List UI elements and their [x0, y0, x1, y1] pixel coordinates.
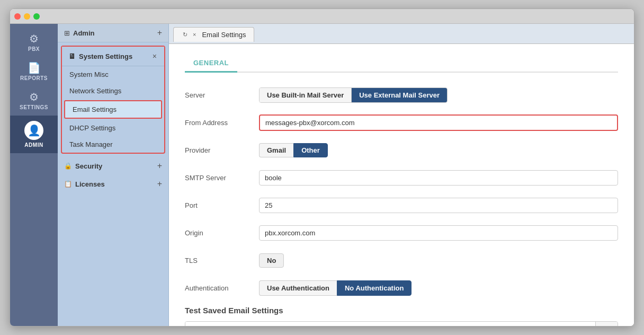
tab-controls: ↻ ×: [181, 31, 198, 39]
tls-label: TLS: [185, 257, 259, 265]
system-settings-section: 🖥 System Settings × System Misc Network …: [61, 46, 165, 154]
lock-icon: 🔒: [64, 162, 72, 170]
security-label: Security: [75, 162, 102, 170]
port-label: Port: [185, 201, 259, 209]
nav-licenses-row[interactable]: 📋 Licenses +: [58, 175, 168, 193]
dhcp-settings-label: DHCP Settings: [69, 124, 115, 132]
minimize-dot[interactable]: [24, 13, 30, 20]
sidebar-item-settings[interactable]: ⚙ SETTINGS: [10, 86, 58, 116]
system-settings-header: 🖥 System Settings ×: [62, 47, 164, 66]
tls-no-button[interactable]: No: [259, 253, 284, 268]
reports-icon: 📄: [28, 63, 41, 73]
from-address-wrapper: [259, 114, 618, 131]
maximize-dot[interactable]: [33, 13, 40, 20]
no-authentication-button[interactable]: No Authentication: [337, 280, 412, 296]
license-icon: 📋: [64, 180, 72, 188]
content-tabs: GENERAL: [185, 55, 618, 73]
test-email-input[interactable]: [185, 322, 595, 326]
admin-grid-icon: ⊞: [64, 29, 70, 37]
nav-sidebar: ⊞ Admin + 🖥 System Settings × System M: [58, 24, 169, 326]
port-row: Port: [185, 196, 618, 215]
pbx-label: PBX: [28, 46, 40, 52]
provider-row: Provider Gmail Other: [185, 140, 618, 160]
main-content: ↻ × Email Settings GENERAL Server: [169, 24, 634, 326]
origin-label: Origin: [185, 229, 259, 237]
tls-row: TLS No: [185, 251, 618, 270]
server-control: Use Built-in Mail Server Use External Ma…: [259, 87, 618, 103]
port-control: [259, 198, 618, 213]
app-body: ⚙ PBX 📄 REPORTS ⚙ SETTINGS 👤 ADMIN: [10, 24, 634, 326]
settings-label: SETTINGS: [20, 104, 48, 110]
test-send-button[interactable]: ✉: [595, 322, 618, 326]
origin-input[interactable]: [259, 225, 618, 241]
admin-add-button[interactable]: +: [157, 28, 162, 38]
smtp-server-input[interactable]: [259, 170, 618, 186]
send-email-icon: ✉: [603, 325, 610, 326]
admin-icon: 👤: [28, 124, 41, 137]
gmail-button[interactable]: Gmail: [259, 143, 293, 157]
tab-general[interactable]: GENERAL: [185, 55, 237, 73]
server-toggle-group: Use Built-in Mail Server Use External Ma…: [259, 87, 448, 103]
auth-row: Authentication Use Authentication No Aut…: [185, 278, 618, 297]
main-window: ⚙ PBX 📄 REPORTS ⚙ SETTINGS 👤 ADMIN: [10, 8, 634, 327]
task-manager-label: Task Manager: [69, 140, 113, 148]
pbx-icon: ⚙: [29, 33, 39, 44]
server-label: Server: [185, 91, 259, 99]
nav-item-network-settings[interactable]: Network Settings: [62, 83, 164, 99]
admin-avatar: 👤: [24, 121, 43, 140]
nav-item-task-manager[interactable]: Task Manager: [62, 136, 164, 153]
smtp-server-control: [259, 170, 618, 186]
admin-row-left: ⊞ Admin: [64, 29, 94, 37]
nav-item-email-settings: Email Settings: [65, 101, 161, 118]
sidebar-item-pbx[interactable]: ⚙ PBX: [10, 28, 58, 57]
use-external-button[interactable]: Use External Mail Server: [352, 88, 447, 102]
other-button[interactable]: Other: [293, 143, 328, 157]
nav-security-row[interactable]: 🔒 Security +: [58, 157, 168, 175]
nav-item-system-misc[interactable]: System Misc: [62, 66, 164, 83]
tls-control: No: [259, 253, 618, 268]
close-dot[interactable]: [14, 13, 21, 20]
test-input-wrapper: ✉: [185, 321, 618, 326]
nav-item-email-settings-highlighted[interactable]: Email Settings: [64, 100, 162, 119]
admin-nav-row[interactable]: ⊞ Admin +: [58, 24, 168, 42]
test-section-title: Test Saved Email Settings: [185, 306, 618, 315]
provider-label: Provider: [185, 146, 259, 154]
auth-label: Authentication: [185, 284, 259, 292]
tab-bar: ↻ × Email Settings: [169, 24, 634, 44]
port-input[interactable]: [259, 198, 618, 213]
use-built-in-button[interactable]: Use Built-in Mail Server: [260, 88, 352, 102]
tab-close-button[interactable]: ×: [191, 31, 198, 38]
system-settings-close-button[interactable]: ×: [151, 52, 158, 60]
email-settings-label: Email Settings: [73, 105, 117, 113]
sidebar-item-reports[interactable]: 📄 REPORTS: [10, 57, 58, 86]
content-inner: GENERAL Server Use Built-in Mail Server …: [169, 44, 634, 326]
licenses-row-left: 📋 Licenses: [64, 180, 105, 188]
from-address-label: From Address: [185, 119, 259, 127]
system-settings-header-left: 🖥 System Settings: [68, 52, 132, 60]
licenses-expand-button[interactable]: +: [157, 179, 162, 189]
security-row-left: 🔒 Security: [64, 162, 102, 170]
admin-label: ADMIN: [24, 142, 43, 148]
provider-control: Gmail Other: [259, 143, 618, 157]
origin-row: Origin: [185, 223, 618, 242]
smtp-server-label: SMTP Server: [185, 174, 259, 182]
licenses-label: Licenses: [75, 180, 105, 188]
icon-sidebar: ⚙ PBX 📄 REPORTS ⚙ SETTINGS 👤 ADMIN: [10, 24, 58, 326]
use-authentication-button[interactable]: Use Authentication: [259, 280, 337, 296]
network-settings-label: Network Settings: [69, 87, 121, 95]
auth-control: Use Authentication No Authentication: [259, 280, 618, 296]
sidebar-item-admin[interactable]: 👤 ADMIN: [10, 116, 58, 153]
server-row: Server Use Built-in Mail Server Use Exte…: [185, 85, 618, 104]
system-settings-title: System Settings: [79, 52, 132, 60]
tab-refresh-button[interactable]: ↻: [181, 31, 189, 39]
email-settings-tab[interactable]: ↻ × Email Settings: [173, 27, 254, 42]
from-address-row: From Address: [185, 113, 618, 132]
from-address-input[interactable]: [260, 116, 617, 130]
system-misc-label: System Misc: [69, 70, 109, 78]
content-area: GENERAL Server Use Built-in Mail Server …: [169, 44, 634, 326]
security-expand-button[interactable]: +: [157, 161, 162, 171]
monitor-icon: 🖥: [68, 52, 76, 60]
tab-label: Email Settings: [202, 31, 246, 39]
nav-item-dhcp-settings[interactable]: DHCP Settings: [62, 120, 164, 136]
smtp-server-row: SMTP Server: [185, 168, 618, 187]
